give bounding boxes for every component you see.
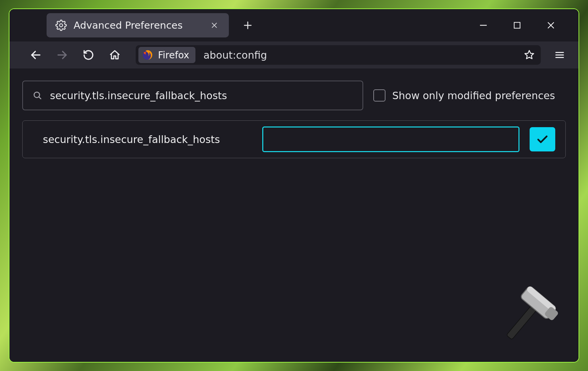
bookmark-star-button[interactable] [521,47,537,63]
checkbox-icon [373,89,385,102]
pref-search-box[interactable] [22,81,363,110]
gear-icon [55,20,67,31]
svg-rect-1 [514,22,520,28]
pref-search-input[interactable] [50,90,353,102]
tab-title: Advanced Preferences [74,20,202,31]
identity-box[interactable]: Firefox [138,47,195,63]
show-modified-label: Show only modified preferences [392,90,555,102]
url-text: about:config [204,49,516,61]
about-config-content: Show only modified preferences security.… [9,68,579,362]
reload-button[interactable] [79,46,98,64]
pref-value-input[interactable] [262,126,519,152]
close-tab-button[interactable] [209,20,220,31]
tab-advanced-preferences[interactable]: Advanced Preferences [47,13,229,37]
search-icon [32,90,43,101]
firefox-icon [142,49,153,61]
identity-label: Firefox [158,50,189,61]
app-menu-button[interactable] [550,46,569,64]
show-modified-checkbox[interactable]: Show only modified preferences [373,89,555,102]
tab-strip: Advanced Preferences [9,9,579,41]
hammer-watermark-icon [494,278,565,348]
window-controls [476,18,572,33]
check-icon [536,133,549,146]
search-row: Show only modified preferences [22,81,566,110]
home-button[interactable] [105,46,124,64]
maximize-button[interactable] [510,18,525,33]
svg-point-0 [59,24,62,27]
close-window-button[interactable] [543,18,558,33]
pref-save-button[interactable] [530,127,555,151]
pref-name: security.tls.insecure_fallback_hosts [43,134,252,145]
forward-button[interactable] [53,46,72,64]
back-button[interactable] [26,46,45,64]
nav-toolbar: Firefox about:config [9,41,579,68]
minimize-button[interactable] [476,18,491,33]
url-bar[interactable]: Firefox about:config [136,45,541,65]
new-tab-button[interactable] [238,16,257,35]
pref-row: security.tls.insecure_fallback_hosts [22,120,566,158]
browser-window: Advanced Preferences [9,8,579,363]
